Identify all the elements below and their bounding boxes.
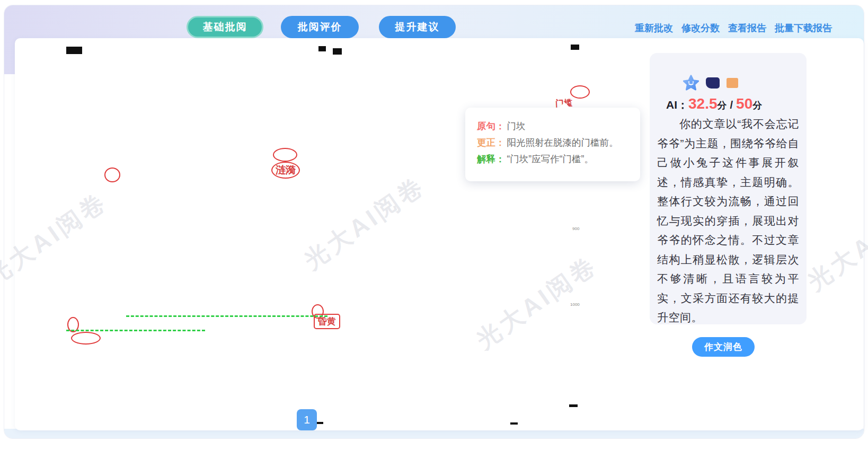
tooltip-correction-row: 更正：阳光照射在脱漆的门槛前。 — [477, 135, 640, 151]
star-face-icon — [683, 75, 699, 91]
tooltip-correction-label: 更正： — [477, 137, 505, 148]
orange-square-icon — [727, 78, 738, 88]
registration-mark — [333, 48, 342, 55]
essay-polish-button[interactable]: 作文润色 — [692, 337, 755, 357]
full-score-value: 50 — [736, 95, 752, 112]
ai-score-line: AI： 32.5 分 / 50 分 — [666, 95, 762, 112]
tab-basic-review[interactable]: 基础批阅 — [187, 16, 263, 38]
link-modify-score[interactable]: 修改分数 — [681, 22, 720, 34]
registration-mark — [569, 404, 578, 407]
navy-square-icon — [706, 77, 720, 89]
tooltip-original-label: 原句： — [477, 121, 505, 131]
full-score-unit: 分 — [752, 99, 762, 112]
ai-score-value: 32.5 — [688, 95, 718, 112]
ai-score-panel: AI： 32.5 分 / 50 分 你的文章以“我不会忘记爷爷”为主题，围绕爷爷… — [650, 53, 807, 324]
tab-improvement-suggestions[interactable]: 提升建议 — [379, 16, 456, 38]
tooltip-explanation-label: 解释： — [477, 154, 505, 164]
tooltip-correction-text: 阳光照射在脱漆的门槛前。 — [507, 137, 618, 148]
ai-score-unit: 分 — [718, 99, 727, 112]
tooltip-explanation-row: 解释：“门坎”应写作“门槛”。 — [477, 151, 640, 167]
link-re-grade[interactable]: 重新批改 — [635, 22, 673, 34]
tooltip-original-row: 原句：门坎 — [477, 118, 640, 135]
header-links: 重新批改 修改分数 查看报告 批量下载报告 — [635, 22, 832, 34]
registration-mark — [318, 46, 326, 51]
tooltip-original-text: 门坎 — [507, 121, 526, 131]
registration-mark — [571, 45, 579, 50]
ai-score-label: AI： — [666, 98, 688, 112]
correction-tooltip: 原句：门坎 更正：阳光照射在脱漆的门槛前。 解释：“门坎”应写作“门槛”。 — [465, 108, 640, 181]
tab-review-evaluation[interactable]: 批阅评价 — [281, 16, 359, 38]
tooltip-explanation-text: “门坎”应写作“门槛”。 — [507, 154, 594, 164]
link-view-report[interactable]: 查看报告 — [728, 22, 766, 34]
score-divider: / — [730, 99, 733, 111]
error-circle-menkan[interactable] — [570, 85, 590, 99]
score-icon-row — [683, 75, 738, 91]
registration-mark — [66, 47, 82, 54]
ai-comment-text: 你的文章以“我不会忘记爷爷”为主题，围绕爷爷给自己做小兔子这件事展开叙述，情感真… — [657, 114, 799, 328]
word-count-marker: 900 — [572, 226, 579, 231]
word-count-marker: 1000 — [570, 302, 580, 307]
registration-mark — [510, 422, 518, 425]
essay-review-app: 基础批阅 批阅评价 提升建议 重新批改 修改分数 查看报告 批量下载报告 三、作… — [0, 0, 868, 450]
link-batch-download-report[interactable]: 批量下载报告 — [775, 22, 832, 34]
page-number-badge[interactable]: 1 — [297, 409, 317, 430]
